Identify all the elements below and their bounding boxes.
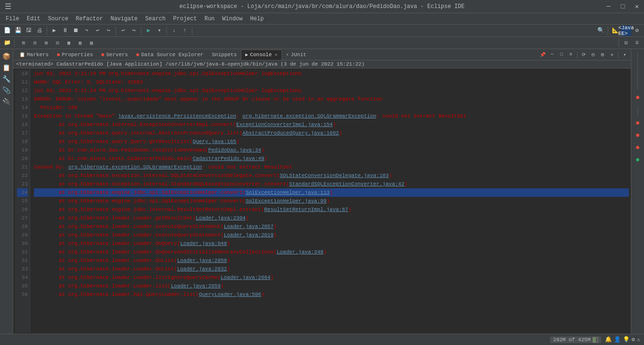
close-button[interactable]: ✕ <box>630 0 644 13</box>
link-28[interactable]: Loader.java:2057 <box>224 224 274 229</box>
tab-datasource[interactable]: Data Source Explorer <box>132 50 207 60</box>
link-22[interactable]: SQLStateConversionDelegate.java:103 <box>280 173 389 178</box>
link-32[interactable]: Loader.java:2850 <box>177 258 227 263</box>
link-35[interactable]: Loader.java:2659 <box>171 283 221 289</box>
sidebar-icon-4[interactable]: 📎 <box>1 85 12 95</box>
layout-btn-5[interactable]: ▦ <box>64 38 74 48</box>
run-button[interactable]: ▶ <box>143 25 154 36</box>
tab-console[interactable]: ▶ Console ✕ <box>241 50 281 60</box>
java-ee-perspective[interactable]: <Java EE> <box>621 25 631 36</box>
prev-annotation[interactable]: ↑ <box>180 25 190 36</box>
menu-edit[interactable]: Edit <box>23 13 44 24</box>
next-annotation[interactable]: ↓ <box>169 25 179 36</box>
menu-source[interactable]: Source <box>44 13 72 24</box>
link-27[interactable]: Loader.java:2304 <box>196 215 246 221</box>
console-view-btn[interactable]: ⊡ <box>621 38 631 48</box>
menu-refactor[interactable]: Refactor <box>72 13 107 24</box>
menu-navigate[interactable]: Navigate <box>107 13 141 24</box>
menu-file[interactable]: File <box>2 13 23 24</box>
package-explorer-icon[interactable]: 📁 <box>2 38 12 48</box>
search-button[interactable]: 🔍 <box>595 25 606 36</box>
console-close-button[interactable]: ✕ <box>608 50 616 59</box>
view-options-button[interactable]: ▾ <box>620 50 629 59</box>
link-26[interactable]: ResultSetReturnImpl.java:67 <box>264 207 348 212</box>
perspective-settings[interactable]: ⚙ <box>632 25 642 36</box>
memory-indicator[interactable]: 282M of 425M <box>550 337 601 343</box>
menu-run[interactable]: Run <box>201 13 219 24</box>
tab-markers[interactable]: 📋 Markers <box>15 50 53 60</box>
sidebar-icon-2[interactable]: 📋 <box>1 62 12 73</box>
maximize-button[interactable]: □ <box>616 0 630 13</box>
maximize-view-button[interactable]: □ <box>557 50 566 59</box>
step-over[interactable]: ↷ <box>82 25 92 36</box>
sync-button[interactable]: ⟳ <box>579 50 588 59</box>
debug-button[interactable]: ▶ <box>49 25 59 36</box>
alert-icon[interactable]: ⚠ <box>637 336 640 343</box>
info-icon[interactable]: 💡 <box>623 336 630 343</box>
layout-toggle-button[interactable]: ⊟ <box>589 50 597 59</box>
view-menu-btn[interactable]: ≡ <box>632 38 642 48</box>
right-sidebar-icon-2[interactable]: ● <box>633 118 643 128</box>
sidebar-icon-1[interactable]: 📦 <box>1 51 12 61</box>
layout-btn-1[interactable]: ⊞ <box>18 38 29 48</box>
console-line-20: at br.com.alura.teste.CadastrarPedido.ma… <box>34 154 629 163</box>
console-extra-btn[interactable]: ⊞ <box>598 50 607 59</box>
right-sidebar-icon-5[interactable]: ● <box>633 155 643 165</box>
undo-button[interactable]: ↩ <box>118 25 128 36</box>
link-30[interactable]: Loader.java:948 <box>180 241 227 246</box>
notification-icon[interactable]: 🔔 <box>605 336 612 343</box>
link-19[interactable]: PedidoDao.java:34 <box>208 147 261 153</box>
link-17[interactable]: AbstractProducedQuery.java:1602 <box>242 130 339 136</box>
tab-snippets[interactable]: Snippets <box>207 50 241 60</box>
minimize-view-button[interactable]: ─ <box>548 50 556 59</box>
menu-search[interactable]: Search <box>141 13 169 24</box>
sql-grammar-exception-link[interactable]: org.hibernate.exception.SQLGrammarExcept… <box>242 113 376 119</box>
new-button[interactable]: 📄 <box>2 25 12 36</box>
link-31[interactable]: Loader.java:349 <box>277 249 323 255</box>
link-29[interactable]: Loader.java:2019 <box>224 232 274 238</box>
console-output-area[interactable]: 10 11 12 13 14 15 16 17 18 19 20 21 22 2… <box>13 68 631 334</box>
link-24[interactable]: SqlExceptionHelper.java:113 <box>246 190 330 195</box>
sidebar-icon-3[interactable]: 🔧 <box>1 74 12 84</box>
pin-tab-button[interactable]: 📌 <box>538 50 547 59</box>
link-25[interactable]: SqlExceptionHelper.java:99 <box>246 198 327 204</box>
menu-help[interactable]: Help <box>247 13 268 24</box>
suspend-button[interactable]: ⏸ <box>60 25 70 36</box>
print-button[interactable]: 🖨 <box>34 25 45 36</box>
caused-by-link[interactable]: org.hibernate.exception.SQLGrammarExcept… <box>68 164 202 170</box>
view-menu-button[interactable]: ≡ <box>567 50 575 59</box>
save-all-button[interactable]: 🖫 <box>24 25 34 36</box>
tab-servers[interactable]: Servers <box>97 50 132 60</box>
sidebar-icon-5[interactable]: 🔌 <box>1 96 12 107</box>
layout-btn-7[interactable]: ▨ <box>86 38 97 48</box>
link-33[interactable]: Loader.java:2832 <box>177 266 227 272</box>
right-sidebar-icon-1[interactable]: ● <box>633 93 643 103</box>
layout-btn-4[interactable]: ⊡ <box>52 38 63 48</box>
link-23[interactable]: StandardSQLExceptionConverter.java:42 <box>289 181 404 187</box>
redo-button[interactable]: ↪ <box>129 25 139 36</box>
save-button[interactable]: 💾 <box>13 25 23 36</box>
link-18[interactable]: Query.java:165 <box>193 139 236 144</box>
run-dropdown[interactable]: ▾ <box>154 25 165 36</box>
tab-junit[interactable]: ⚡ JUnit <box>282 50 311 60</box>
link-16[interactable]: ExceptionConverterImpl.java:154 <box>236 122 333 127</box>
layout-btn-6[interactable]: ▧ <box>75 38 85 48</box>
console-close-x[interactable]: ✕ <box>275 52 278 58</box>
stop-button[interactable]: ⏹ <box>71 25 81 36</box>
link-34[interactable]: Loader.java:2664 <box>221 275 271 280</box>
tab-properties[interactable]: Properties <box>53 50 97 60</box>
menu-project[interactable]: Project <box>169 13 200 24</box>
layout-btn-3[interactable]: ⊠ <box>41 38 51 48</box>
step-return[interactable]: ↪ <box>103 25 114 36</box>
minimize-button[interactable]: ─ <box>602 0 616 13</box>
settings-status-icon[interactable]: ⚙ <box>632 336 635 343</box>
menu-window[interactable]: Window <box>218 13 246 24</box>
persistence-exception-link[interactable]: javax.persistence.PersistenceException <box>118 113 236 119</box>
link-36[interactable]: QueryLoader.java:506 <box>199 292 261 297</box>
step-into[interactable]: ↩ <box>92 25 103 36</box>
profile-icon[interactable]: 👤 <box>614 336 621 343</box>
link-20[interactable]: CadastrarPedido.java:49 <box>193 156 264 161</box>
layout-btn-2[interactable]: ⊟ <box>30 38 40 48</box>
right-sidebar-icon-4[interactable]: ● <box>633 143 643 153</box>
right-sidebar-icon-3[interactable]: ● <box>633 130 643 141</box>
